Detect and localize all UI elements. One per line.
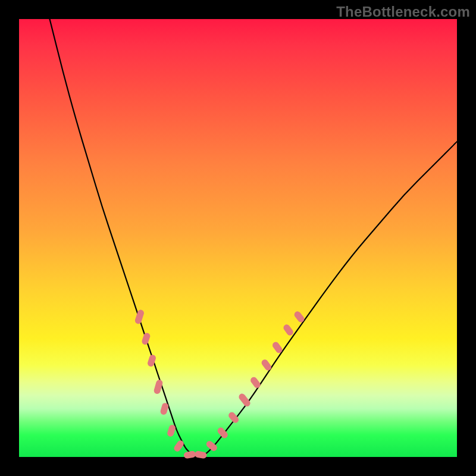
curve-marker [134,309,145,325]
bottleneck-curve [50,19,458,457]
curve-marker [282,323,295,337]
chart-svg [19,19,457,457]
curve-markers [134,309,305,459]
curve-marker [183,450,196,459]
chart-frame: TheBottleneck.com [0,0,476,476]
chart-plot-area [19,19,457,457]
curve-marker [141,332,151,346]
watermark-text: TheBottleneck.com [336,4,470,20]
curve-marker [260,358,273,372]
curve-marker [205,440,219,452]
curve-marker [227,411,240,425]
curve-marker [249,376,262,390]
curve-marker [173,439,185,453]
curve-marker [194,450,207,459]
